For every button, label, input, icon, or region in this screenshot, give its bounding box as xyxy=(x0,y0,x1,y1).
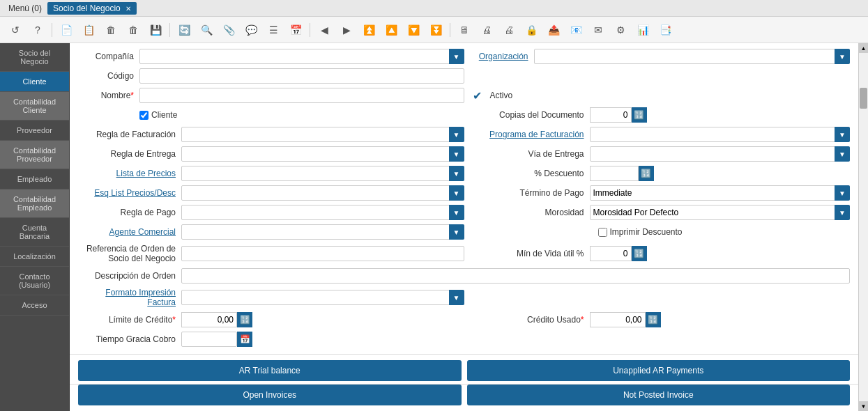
payment-rule-select[interactable] xyxy=(181,205,464,220)
sidebar-item-empleado[interactable]: Empleado xyxy=(0,169,69,189)
min-life-spin-btn[interactable]: 🔢 xyxy=(632,246,647,261)
sidebar-item-contacto[interactable]: Contacto(Usuario) xyxy=(0,267,69,295)
doc-copies-input[interactable] xyxy=(590,107,632,123)
payment-term-select[interactable]: Immediate xyxy=(590,185,851,201)
org-input[interactable] xyxy=(534,49,851,64)
agent-select[interactable] xyxy=(181,224,464,240)
billing-schedule-select[interactable] xyxy=(590,127,851,142)
settings-button[interactable]: ⚙ xyxy=(611,20,630,40)
nav-up-button[interactable]: ⏫ xyxy=(359,20,379,40)
org-label[interactable]: Organización xyxy=(473,52,528,61)
scroll-down-button[interactable]: ▼ xyxy=(859,401,868,411)
ar-trial-button[interactable]: AR Trial balance xyxy=(78,360,462,381)
org-select-wrap: ▼ xyxy=(534,49,851,64)
company-input[interactable]: Estándar xyxy=(139,49,464,64)
sidebar-item-proveedor[interactable]: Proveedor xyxy=(0,121,69,141)
name-label: Nombre xyxy=(78,91,134,100)
nav-up2-button[interactable]: 🔼 xyxy=(381,20,401,40)
sidebar-item-cuenta[interactable]: CuentaBancaria xyxy=(0,218,69,247)
morosidad-select[interactable]: Morosidad Por Defecto xyxy=(590,205,851,220)
export-button[interactable]: 📤 xyxy=(544,20,563,40)
copy-button[interactable]: 📋 xyxy=(79,20,98,40)
sidebar-item-cliente[interactable]: Cliente xyxy=(0,72,69,92)
nav-first-button[interactable]: ◀ xyxy=(314,20,334,40)
menu-item-socio[interactable]: Socio del Negocio ✕ xyxy=(47,2,137,15)
screen-button[interactable]: 🖥 xyxy=(455,20,474,40)
scroll-up-button[interactable]: ▲ xyxy=(859,43,868,53)
print-button[interactable]: 🖨 xyxy=(477,20,496,40)
scroll-thumb[interactable] xyxy=(860,88,867,109)
chat-button[interactable]: 💬 xyxy=(241,20,261,40)
price-list-wrap: ▼ xyxy=(181,166,464,181)
print2-button[interactable]: 🖨 xyxy=(499,20,519,40)
not-posted-button[interactable]: Not Posted Invoice xyxy=(467,385,851,405)
grace-time-input[interactable] xyxy=(181,332,237,347)
used-credit-spin-btn[interactable]: 🔢 xyxy=(646,312,661,327)
sidebar-item-socio[interactable]: Socio delNegocio xyxy=(0,43,69,72)
menu-bar: Menú (0) Socio del Negocio ✕ xyxy=(0,0,868,17)
report-button[interactable]: 📊 xyxy=(633,20,653,40)
cliente-checkbox-wrap: Cliente xyxy=(139,110,177,120)
credit-limit-spin-btn[interactable]: 🔢 xyxy=(237,312,252,327)
new-button[interactable]: 📄 xyxy=(56,20,76,40)
delete2-button[interactable]: 🗑 xyxy=(123,20,143,40)
lock-button[interactable]: 🔒 xyxy=(521,20,541,40)
delivery-rule-select[interactable] xyxy=(181,146,464,162)
find-button[interactable]: 🔍 xyxy=(197,20,216,40)
invoice-format-label[interactable]: Formato ImpresiónFactura xyxy=(78,288,176,308)
email-button[interactable]: 📧 xyxy=(566,20,586,40)
code-input[interactable]: 000000000 xyxy=(139,68,464,84)
refresh-button[interactable]: 🔄 xyxy=(174,20,194,40)
sidebar-item-contab-proveedor[interactable]: ContabilidadProveedor xyxy=(0,141,69,169)
price-scheme-row: Esq List Precios/Desc ▼ Término de Pago … xyxy=(78,185,850,201)
credit-row: Límite de Crédito 🔢 Crédito Usado 🔢 xyxy=(78,312,850,327)
price-list-select[interactable] xyxy=(181,166,464,181)
send-button[interactable]: ✉ xyxy=(588,20,608,40)
agent-label[interactable]: Agente Comercial xyxy=(78,227,176,237)
separator-2 xyxy=(169,23,170,37)
print-discount-checkbox[interactable] xyxy=(598,228,607,237)
discount-input[interactable]: 0,0 xyxy=(590,166,639,181)
used-credit-input[interactable] xyxy=(590,312,646,327)
sidebar-item-contab-cliente[interactable]: ContabilidadCliente xyxy=(0,92,69,121)
sidebar-item-localizacion[interactable]: Localización xyxy=(0,247,69,267)
discount-spin-btn[interactable]: 🔢 xyxy=(639,166,654,181)
back-button[interactable]: ↺ xyxy=(6,20,25,40)
billing-rule-select[interactable] xyxy=(181,127,464,142)
min-life-label: Mín de Vida útil % xyxy=(473,249,584,258)
help-button[interactable]: ? xyxy=(28,20,47,40)
sidebar-item-acceso[interactable]: Acceso xyxy=(0,295,69,316)
code-label: Código xyxy=(78,71,134,81)
list-button[interactable]: ☰ xyxy=(264,20,283,40)
doc-copies-spin-btn[interactable]: 🔢 xyxy=(632,107,647,123)
form-scroll[interactable]: Compañía Estándar ▼ Organización ▼ xyxy=(70,43,858,354)
price-scheme-select[interactable] xyxy=(181,185,464,201)
order-desc-input[interactable] xyxy=(181,268,850,284)
save-button[interactable]: 💾 xyxy=(146,20,165,40)
calendar-button[interactable]: 📅 xyxy=(286,20,305,40)
attach-button[interactable]: 📎 xyxy=(219,20,238,40)
tab-close-icon[interactable]: ✕ xyxy=(125,5,131,13)
name-input[interactable]: Estándar xyxy=(139,88,464,103)
grace-time-cal-btn[interactable]: 📅 xyxy=(237,332,252,347)
billing-schedule-label[interactable]: Programa de Facturación xyxy=(473,130,584,139)
nav-down-button[interactable]: 🔽 xyxy=(404,20,423,40)
unapplied-button[interactable]: Unapplied AR Payments xyxy=(467,360,851,381)
price-list-label[interactable]: Lista de Precios xyxy=(78,169,176,178)
delivery-via-select[interactable] xyxy=(590,146,851,162)
credit-limit-input[interactable] xyxy=(181,312,237,327)
price-scheme-label[interactable]: Esq List Precios/Desc xyxy=(78,188,176,198)
cliente-row: Cliente Copias del Documento 🔢 xyxy=(78,107,850,123)
delete-button[interactable]: 🗑 xyxy=(101,20,121,40)
sidebar-item-contab-empleado[interactable]: ContabilidadEmpleado xyxy=(0,189,69,218)
open-invoices-button[interactable]: Open Invoices xyxy=(78,385,462,405)
nav-last-button[interactable]: ⏬ xyxy=(426,20,446,40)
doc-button[interactable]: 📑 xyxy=(655,20,675,40)
bp-order-ref-input[interactable] xyxy=(181,246,464,261)
right-scrollbar[interactable]: ▲ ▼ xyxy=(858,43,868,411)
menu-item-menu[interactable]: Menú (0) xyxy=(3,2,47,15)
invoice-format-select[interactable] xyxy=(181,290,464,305)
cliente-checkbox[interactable] xyxy=(139,111,149,120)
min-life-input[interactable] xyxy=(590,246,632,261)
nav-prev-button[interactable]: ▶ xyxy=(337,20,356,40)
